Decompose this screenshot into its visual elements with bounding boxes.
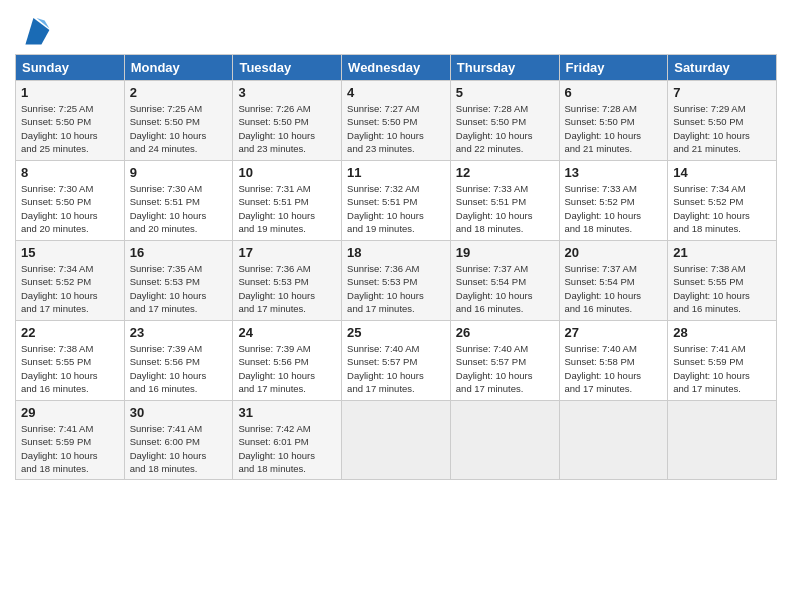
calendar-table: SundayMondayTuesdayWednesdayThursdayFrid… [15,54,777,480]
header-cell-tuesday: Tuesday [233,55,342,81]
header-cell-thursday: Thursday [450,55,559,81]
day-number: 15 [21,245,119,260]
day-info: Sunrise: 7:26 AMSunset: 5:50 PMDaylight:… [238,102,336,155]
day-cell [450,401,559,480]
week-row-2: 8Sunrise: 7:30 AMSunset: 5:50 PMDaylight… [16,161,777,241]
day-number: 26 [456,325,554,340]
day-info: Sunrise: 7:40 AMSunset: 5:57 PMDaylight:… [347,342,445,395]
day-cell: 25Sunrise: 7:40 AMSunset: 5:57 PMDayligh… [342,321,451,401]
day-number: 17 [238,245,336,260]
day-cell: 11Sunrise: 7:32 AMSunset: 5:51 PMDayligh… [342,161,451,241]
day-cell [559,401,668,480]
day-cell [668,401,777,480]
day-number: 4 [347,85,445,100]
header-cell-wednesday: Wednesday [342,55,451,81]
day-cell: 31Sunrise: 7:42 AMSunset: 6:01 PMDayligh… [233,401,342,480]
day-info: Sunrise: 7:41 AMSunset: 6:00 PMDaylight:… [130,422,228,475]
day-number: 1 [21,85,119,100]
day-info: Sunrise: 7:34 AMSunset: 5:52 PMDaylight:… [673,182,771,235]
day-cell: 17Sunrise: 7:36 AMSunset: 5:53 PMDayligh… [233,241,342,321]
day-cell: 4Sunrise: 7:27 AMSunset: 5:50 PMDaylight… [342,81,451,161]
day-info: Sunrise: 7:40 AMSunset: 5:57 PMDaylight:… [456,342,554,395]
day-cell: 7Sunrise: 7:29 AMSunset: 5:50 PMDaylight… [668,81,777,161]
day-cell: 3Sunrise: 7:26 AMSunset: 5:50 PMDaylight… [233,81,342,161]
day-info: Sunrise: 7:27 AMSunset: 5:50 PMDaylight:… [347,102,445,155]
day-cell: 16Sunrise: 7:35 AMSunset: 5:53 PMDayligh… [124,241,233,321]
day-cell: 20Sunrise: 7:37 AMSunset: 5:54 PMDayligh… [559,241,668,321]
svg-marker-0 [25,18,49,44]
day-number: 9 [130,165,228,180]
day-number: 22 [21,325,119,340]
day-number: 14 [673,165,771,180]
day-cell: 29Sunrise: 7:41 AMSunset: 5:59 PMDayligh… [16,401,125,480]
day-info: Sunrise: 7:41 AMSunset: 5:59 PMDaylight:… [21,422,119,475]
day-info: Sunrise: 7:31 AMSunset: 5:51 PMDaylight:… [238,182,336,235]
day-cell: 9Sunrise: 7:30 AMSunset: 5:51 PMDaylight… [124,161,233,241]
week-row-1: 1Sunrise: 7:25 AMSunset: 5:50 PMDaylight… [16,81,777,161]
day-cell: 2Sunrise: 7:25 AMSunset: 5:50 PMDaylight… [124,81,233,161]
day-cell: 10Sunrise: 7:31 AMSunset: 5:51 PMDayligh… [233,161,342,241]
day-cell: 5Sunrise: 7:28 AMSunset: 5:50 PMDaylight… [450,81,559,161]
day-info: Sunrise: 7:39 AMSunset: 5:56 PMDaylight:… [238,342,336,395]
day-cell: 30Sunrise: 7:41 AMSunset: 6:00 PMDayligh… [124,401,233,480]
day-number: 19 [456,245,554,260]
day-info: Sunrise: 7:38 AMSunset: 5:55 PMDaylight:… [21,342,119,395]
day-number: 12 [456,165,554,180]
week-row-4: 22Sunrise: 7:38 AMSunset: 5:55 PMDayligh… [16,321,777,401]
header [15,10,777,46]
day-cell: 8Sunrise: 7:30 AMSunset: 5:50 PMDaylight… [16,161,125,241]
day-info: Sunrise: 7:30 AMSunset: 5:51 PMDaylight:… [130,182,228,235]
week-row-5: 29Sunrise: 7:41 AMSunset: 5:59 PMDayligh… [16,401,777,480]
day-info: Sunrise: 7:29 AMSunset: 5:50 PMDaylight:… [673,102,771,155]
day-cell: 15Sunrise: 7:34 AMSunset: 5:52 PMDayligh… [16,241,125,321]
day-info: Sunrise: 7:34 AMSunset: 5:52 PMDaylight:… [21,262,119,315]
header-cell-saturday: Saturday [668,55,777,81]
day-info: Sunrise: 7:35 AMSunset: 5:53 PMDaylight:… [130,262,228,315]
day-info: Sunrise: 7:40 AMSunset: 5:58 PMDaylight:… [565,342,663,395]
day-cell [342,401,451,480]
header-row: SundayMondayTuesdayWednesdayThursdayFrid… [16,55,777,81]
day-info: Sunrise: 7:28 AMSunset: 5:50 PMDaylight:… [565,102,663,155]
day-number: 28 [673,325,771,340]
day-info: Sunrise: 7:37 AMSunset: 5:54 PMDaylight:… [565,262,663,315]
day-number: 2 [130,85,228,100]
day-info: Sunrise: 7:42 AMSunset: 6:01 PMDaylight:… [238,422,336,475]
day-info: Sunrise: 7:33 AMSunset: 5:52 PMDaylight:… [565,182,663,235]
day-cell: 21Sunrise: 7:38 AMSunset: 5:55 PMDayligh… [668,241,777,321]
day-cell: 13Sunrise: 7:33 AMSunset: 5:52 PMDayligh… [559,161,668,241]
day-cell: 14Sunrise: 7:34 AMSunset: 5:52 PMDayligh… [668,161,777,241]
day-cell: 26Sunrise: 7:40 AMSunset: 5:57 PMDayligh… [450,321,559,401]
day-cell: 24Sunrise: 7:39 AMSunset: 5:56 PMDayligh… [233,321,342,401]
day-number: 29 [21,405,119,420]
day-number: 18 [347,245,445,260]
day-number: 6 [565,85,663,100]
day-number: 31 [238,405,336,420]
day-cell: 22Sunrise: 7:38 AMSunset: 5:55 PMDayligh… [16,321,125,401]
header-cell-sunday: Sunday [16,55,125,81]
day-number: 20 [565,245,663,260]
page-container: SundayMondayTuesdayWednesdayThursdayFrid… [0,0,792,490]
day-cell: 28Sunrise: 7:41 AMSunset: 5:59 PMDayligh… [668,321,777,401]
day-cell: 23Sunrise: 7:39 AMSunset: 5:56 PMDayligh… [124,321,233,401]
day-number: 7 [673,85,771,100]
logo [15,14,51,46]
day-number: 23 [130,325,228,340]
day-number: 3 [238,85,336,100]
day-cell: 1Sunrise: 7:25 AMSunset: 5:50 PMDaylight… [16,81,125,161]
day-cell: 12Sunrise: 7:33 AMSunset: 5:51 PMDayligh… [450,161,559,241]
day-info: Sunrise: 7:28 AMSunset: 5:50 PMDaylight:… [456,102,554,155]
week-row-3: 15Sunrise: 7:34 AMSunset: 5:52 PMDayligh… [16,241,777,321]
day-info: Sunrise: 7:25 AMSunset: 5:50 PMDaylight:… [130,102,228,155]
day-number: 27 [565,325,663,340]
day-info: Sunrise: 7:30 AMSunset: 5:50 PMDaylight:… [21,182,119,235]
day-cell: 19Sunrise: 7:37 AMSunset: 5:54 PMDayligh… [450,241,559,321]
day-info: Sunrise: 7:36 AMSunset: 5:53 PMDaylight:… [347,262,445,315]
day-number: 21 [673,245,771,260]
day-cell: 27Sunrise: 7:40 AMSunset: 5:58 PMDayligh… [559,321,668,401]
day-number: 13 [565,165,663,180]
day-number: 10 [238,165,336,180]
day-number: 16 [130,245,228,260]
header-cell-monday: Monday [124,55,233,81]
header-cell-friday: Friday [559,55,668,81]
day-number: 24 [238,325,336,340]
